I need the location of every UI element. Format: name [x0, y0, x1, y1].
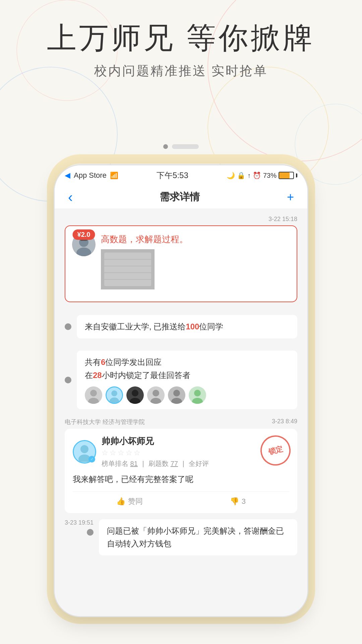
status-back-icon: ◀ [65, 171, 70, 180]
svg-point-19 [111, 390, 117, 396]
star-4: ☆ [126, 448, 132, 457]
info-bubble-1: 来自安徽工业大学, 已推送给100位同学 [77, 315, 297, 338]
question-content: 高数题，求解题过程。 [101, 233, 290, 289]
hero-section: 上万师兄 等你掀牌 校内问题精准推送 实时抢单 [0, 20, 362, 79]
mini-avatar-2 [106, 386, 123, 404]
mini-avatar-5 [168, 386, 185, 404]
dislike-button[interactable]: 👎 3 [230, 496, 246, 506]
lock-icon: 🔒 [237, 171, 245, 179]
info-row-1: 来自安徽工业大学, 已推送给100位同学 [55, 309, 307, 344]
answer-text: 我来解答吧，已经有完整答案了呢 [73, 473, 289, 486]
like-icon: 👍 [116, 497, 125, 506]
question-header: ¥2.0 高数题，求解题过程。 [72, 233, 290, 289]
question-card: ¥2.0 高数题，求解题过程。 [65, 225, 297, 302]
svg-point-16 [90, 390, 97, 396]
info-row-2: 共有6位同学发出回应 在28小时内锁定了最佳回答者 [55, 344, 307, 415]
lock-suffix: 小时内锁定了最佳回答者 [102, 371, 190, 380]
answer-stats: 榜单排名 81 | 刷题数 77 | 全好评 [102, 459, 289, 468]
final-timestamp: 3-23 19:51 [65, 519, 94, 526]
lock-hours: 28 [93, 371, 102, 380]
battery-tip [296, 173, 297, 177]
battery-percent: 73% [263, 172, 277, 179]
status-bar: ◀ App Store 📶 下午5:53 🌙 🔒 ↑ ⏰ 73% [55, 165, 307, 185]
svg-point-28 [173, 390, 180, 396]
svg-point-22 [132, 390, 138, 396]
status-left: ◀ App Store 📶 [65, 171, 118, 180]
final-bubble: 问题已被「帅帅小坏师兄」完美解决，答谢酬金已自动转入对方钱包 [99, 519, 297, 556]
answer-school: 电子科技大学 经济与管理学院 [65, 418, 145, 426]
like-button[interactable]: 👍 赞同 [116, 496, 143, 506]
location-icon: ↑ [247, 172, 251, 179]
mini-avatar-4 [147, 386, 165, 404]
rank-label: 榜单排名 [102, 460, 128, 467]
timeline-dot-1 [65, 323, 71, 330]
pagination [163, 144, 199, 149]
count-prefix: 共有 [85, 358, 101, 367]
answer-card: ♂ 帅帅小坏师兄 ☆ ☆ ☆ ☆ ☆ 榜单排名 81 | 刷题 [65, 429, 297, 513]
mini-avatar-3 [126, 386, 144, 404]
app-store-label: App Store [74, 171, 107, 180]
mini-avatar-1 [85, 386, 102, 404]
wifi-icon: 📶 [110, 171, 118, 179]
answer-timestamp: 3-23 8:49 [272, 418, 297, 426]
drill-value: 77 [171, 460, 178, 467]
timeline-dot-2 [65, 377, 71, 383]
battery-bar [279, 172, 294, 179]
dislike-icon: 👎 [230, 497, 239, 506]
alarm-icon: ⏰ [253, 171, 261, 179]
pagination-bar[interactable] [172, 144, 199, 149]
from-count: 100 [186, 322, 199, 331]
status-time: 下午5:53 [157, 170, 188, 181]
count-suffix: 位同学发出回应 [105, 358, 162, 367]
rank-value: 81 [130, 460, 138, 467]
responses-line-1: 共有6位同学发出回应 [85, 356, 289, 369]
avatars-row [85, 386, 289, 404]
svg-point-31 [194, 390, 201, 396]
answer-card-header: ♂ 帅帅小坏师兄 ☆ ☆ ☆ ☆ ☆ 榜单排名 81 | 刷题 [73, 435, 289, 468]
svg-point-4 [295, 104, 362, 184]
question-card-wrapper: 3-22 15:18 ¥2.0 [55, 209, 307, 309]
drill-label: 刷题数 [148, 460, 169, 467]
from-info-suffix: 位同学 [199, 322, 223, 331]
locked-label: 锁定 [267, 444, 284, 457]
lock-prefix: 在 [85, 371, 93, 380]
hero-subtitle: 校内问题精准推送 实时抢单 [0, 62, 362, 79]
separator-1: | [142, 460, 144, 467]
review-label: 全好评 [189, 460, 209, 467]
nav-title: 需求详情 [160, 190, 200, 204]
question-timestamp: 3-22 15:18 [65, 216, 297, 223]
final-row: 3-23 19:51 问题已被「帅帅小坏师兄」完美解决，答谢酬金已自动转入对方钱… [55, 513, 307, 562]
hero-title: 上万师兄 等你掀牌 [0, 20, 362, 56]
svg-point-25 [153, 390, 159, 396]
timeline-dot-3 [87, 529, 94, 536]
question-image[interactable] [101, 249, 155, 289]
content-area: 3-22 15:18 ¥2.0 [55, 209, 307, 616]
moon-icon: 🌙 [227, 171, 235, 179]
answer-avatar: ♂ [73, 440, 96, 464]
price-badge: ¥2.0 [73, 229, 95, 240]
star-2: ☆ [110, 448, 116, 457]
svg-point-34 [80, 445, 88, 453]
like-label: 赞同 [128, 496, 143, 506]
status-right: 🌙 🔒 ↑ ⏰ 73% [227, 171, 297, 179]
final-timeline: 3-23 19:51 [65, 519, 94, 536]
info-bubble-2: 共有6位同学发出回应 在28小时内锁定了最佳回答者 [77, 351, 297, 409]
star-5: ☆ [134, 448, 140, 457]
nav-plus-button[interactable]: + [287, 190, 294, 204]
question-text: 高数题，求解题过程。 [101, 233, 290, 246]
star-3: ☆ [118, 448, 124, 457]
nav-bar: ‹ 需求详情 + [55, 185, 307, 209]
response-count: 6 [101, 358, 105, 367]
responses-line-2: 在28小时内锁定了最佳回答者 [85, 369, 289, 382]
answer-actions: 👍 赞同 👎 3 [73, 491, 289, 506]
dislike-count: 3 [242, 497, 246, 506]
from-info-prefix: 来自安徽工业大学, 已推送给 [85, 322, 186, 331]
svg-rect-10 [104, 253, 151, 286]
star-1: ☆ [102, 448, 108, 457]
pagination-dot-1[interactable] [163, 144, 168, 149]
avatar-wrapper: ¥2.0 [72, 233, 96, 256]
mini-avatar-6 [189, 386, 206, 404]
phone-mockup: ◀ App Store 📶 下午5:53 🌙 🔒 ↑ ⏰ 73% ‹ 需求详情 … [54, 164, 308, 617]
nav-back-button[interactable]: ‹ [68, 189, 73, 205]
answer-meta: 电子科技大学 经济与管理学院 3-23 8:49 [55, 415, 307, 429]
